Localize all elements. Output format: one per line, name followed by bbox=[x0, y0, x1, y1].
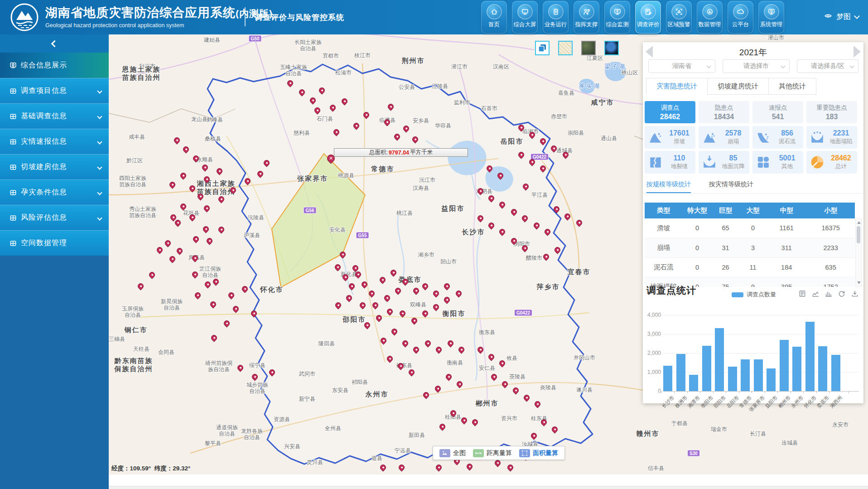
bar-湘西州[interactable] bbox=[831, 355, 840, 391]
linechart-icon[interactable] bbox=[811, 290, 820, 298]
satellite-layer-thumb[interactable] bbox=[581, 41, 596, 55]
map-label-桑植县: 桑植县 bbox=[205, 136, 221, 142]
scroll-up-icon[interactable] bbox=[857, 221, 861, 224]
stat-card-重要隐患点[interactable]: 重要隐患点183 bbox=[806, 101, 857, 123]
table-icon bbox=[9, 214, 17, 222]
sidebar-item-综合信息展示[interactable]: 综合信息展示 bbox=[0, 53, 109, 78]
layer-switcher bbox=[535, 41, 619, 55]
bar-张家界市[interactable] bbox=[754, 359, 763, 391]
nav-item-综合监测[interactable]: 综合监测 bbox=[604, 1, 630, 34]
map-label-江陵县: 江陵县 bbox=[432, 83, 448, 89]
map-label-郴州市: 郴州市 bbox=[476, 399, 499, 407]
nav-item-调查评价[interactable]: 调查评价 bbox=[635, 1, 661, 34]
chevron-down-icon bbox=[850, 64, 854, 68]
map-tool-全图[interactable]: 全图 bbox=[439, 449, 466, 457]
stat-card-隐患点[interactable]: 隐患点18434 bbox=[699, 101, 749, 123]
barchart-icon bbox=[825, 290, 833, 298]
bar-长沙市[interactable] bbox=[663, 366, 672, 391]
sidebar-item-风险评估信息[interactable]: 风险评估信息 bbox=[0, 205, 109, 230]
map-label-荆州市: 荆州市 bbox=[402, 57, 425, 65]
bar-衡阳市[interactable] bbox=[702, 346, 711, 391]
stat-card-value: 28462 bbox=[660, 113, 680, 121]
bar-益阳市[interactable] bbox=[767, 368, 776, 391]
refresh-icon[interactable] bbox=[838, 290, 846, 298]
map-label-建始县: 建始县 bbox=[204, 37, 220, 43]
map-tool-距离量算[interactable]: 距离量算 bbox=[473, 449, 512, 457]
close-icon[interactable]: ✕ bbox=[328, 155, 334, 162]
bar-岳阳市[interactable] bbox=[728, 367, 737, 391]
earth-layer-thumb[interactable] bbox=[604, 41, 619, 55]
chart-legend[interactable]: 调查点数量 bbox=[732, 290, 776, 299]
type-card-地面沉降[interactable]: 85地面沉降 bbox=[699, 151, 749, 174]
type-card-滑坡[interactable]: 17601滑坡 bbox=[645, 126, 695, 149]
nav-item-云平台[interactable]: 云平台 bbox=[728, 1, 753, 34]
stat-cards: 调查点28462隐患点18434速报点541重要隐患点183 bbox=[645, 101, 857, 123]
sidebar-item-孕灾条件信息[interactable]: 孕灾条件信息 bbox=[0, 179, 109, 205]
scroll-thumb[interactable] bbox=[857, 226, 860, 243]
bar-怀化市[interactable] bbox=[805, 322, 815, 391]
debris-flow-icon bbox=[756, 130, 771, 145]
table-icon bbox=[9, 214, 17, 222]
nav-item-label: 云平台 bbox=[732, 21, 749, 29]
bar-郴州市[interactable] bbox=[780, 340, 789, 391]
nav-item-指挥支撑[interactable]: 指挥支撑 bbox=[574, 1, 599, 34]
bar-邵阳市[interactable] bbox=[715, 328, 724, 391]
nav-item-label: 首页 bbox=[488, 21, 500, 29]
type-card-地裂缝[interactable]: 110地裂缝 bbox=[645, 151, 695, 174]
user-menu[interactable]: 梦图 bbox=[824, 12, 859, 22]
type-card-地面塌陷[interactable]: 2231地面塌陷 bbox=[806, 126, 857, 149]
scroll-down-icon[interactable] bbox=[857, 281, 861, 284]
map-toolbar: 全图距离量算面积量算 bbox=[433, 446, 565, 460]
sidebar-item-label: 孕灾条件信息 bbox=[21, 188, 67, 197]
map-label-祁阳县: 祁阳县 bbox=[352, 379, 368, 385]
barchart-icon[interactable] bbox=[825, 290, 833, 298]
table-cell: 2233 bbox=[806, 238, 855, 257]
tab-其他统计[interactable]: 其他统计 bbox=[768, 78, 816, 95]
map-label-咸丰县: 咸丰县 bbox=[129, 134, 145, 140]
nav-item-区域预警[interactable]: 区域预警 bbox=[666, 1, 692, 34]
bar-湘潭市[interactable] bbox=[689, 375, 698, 391]
nav-item-系统管理[interactable]: 系统管理 bbox=[758, 1, 784, 34]
sidebar-item-空间数据管理[interactable]: 空间数据管理 bbox=[0, 230, 109, 256]
type-card-崩塌[interactable]: 2578崩塌 bbox=[699, 126, 749, 149]
nav-item-业务运行[interactable]: 业务运行 bbox=[543, 1, 569, 34]
sidebar-collapse-button[interactable] bbox=[0, 34, 109, 53]
type-card-泥石流[interactable]: 856泥石流 bbox=[752, 126, 803, 149]
region-select-2[interactable]: 请选择县/区 bbox=[797, 59, 858, 73]
map-label-沅江市: 沅江市 bbox=[419, 177, 435, 183]
type-card-其他[interactable]: 5001其他 bbox=[752, 151, 803, 174]
type-card-总计[interactable]: 28462总计 bbox=[806, 151, 857, 174]
table-cell: 0 bbox=[739, 218, 767, 238]
bar-永州市[interactable] bbox=[792, 347, 801, 391]
type-card-value: 2578 bbox=[725, 129, 742, 137]
sidebar-item-基础调查信息[interactable]: 基础调查信息 bbox=[0, 103, 109, 129]
download-icon[interactable] bbox=[851, 290, 859, 298]
tab-切坡建房统计[interactable]: 切坡建房统计 bbox=[707, 78, 769, 95]
nav-item-数据管理[interactable]: 数据管理 bbox=[697, 1, 723, 34]
sidebar-item-灾情速报信息[interactable]: 灾情速报信息 bbox=[0, 129, 109, 154]
table-cell: 0 bbox=[683, 218, 712, 238]
stat-card-调查点[interactable]: 调查点28462 bbox=[645, 101, 695, 123]
layers-icon[interactable] bbox=[535, 41, 550, 55]
doc-icon[interactable] bbox=[798, 290, 806, 298]
year-next-button[interactable] bbox=[854, 46, 861, 58]
map-tool-面积量算[interactable]: 面积量算 bbox=[519, 449, 558, 457]
tab-灾害隐患统计[interactable]: 灾害隐患统计 bbox=[646, 78, 708, 95]
nav-item-综合大屏[interactable]: 综合大屏 bbox=[512, 1, 538, 34]
stat-card-label: 隐患点 bbox=[715, 104, 733, 112]
subtab-按规模等级统计[interactable]: 按规模等级统计 bbox=[646, 180, 691, 194]
bar-株洲市[interactable] bbox=[676, 354, 685, 391]
stat-card-速报点[interactable]: 速报点541 bbox=[752, 101, 803, 123]
sidebar-item-调查项目信息[interactable]: 调查项目信息 bbox=[0, 78, 109, 103]
street-layer-thumb[interactable] bbox=[558, 41, 573, 55]
nav-item-首页[interactable]: 首页 bbox=[481, 1, 507, 34]
dashboard-icon bbox=[9, 61, 17, 69]
bar-常德市[interactable] bbox=[741, 359, 750, 391]
eye-icon[interactable] bbox=[824, 12, 832, 22]
region-select-1[interactable]: 请选择市 bbox=[723, 59, 790, 73]
sidebar-item-切坡建房信息[interactable]: 切坡建房信息 bbox=[0, 154, 109, 179]
bar-娄底市[interactable] bbox=[818, 346, 827, 391]
table-scrollbar[interactable] bbox=[855, 218, 862, 287]
region-select-0[interactable]: 湖南省 bbox=[648, 59, 715, 73]
subtab-按灾情等级统计[interactable]: 按灾情等级统计 bbox=[709, 180, 753, 194]
